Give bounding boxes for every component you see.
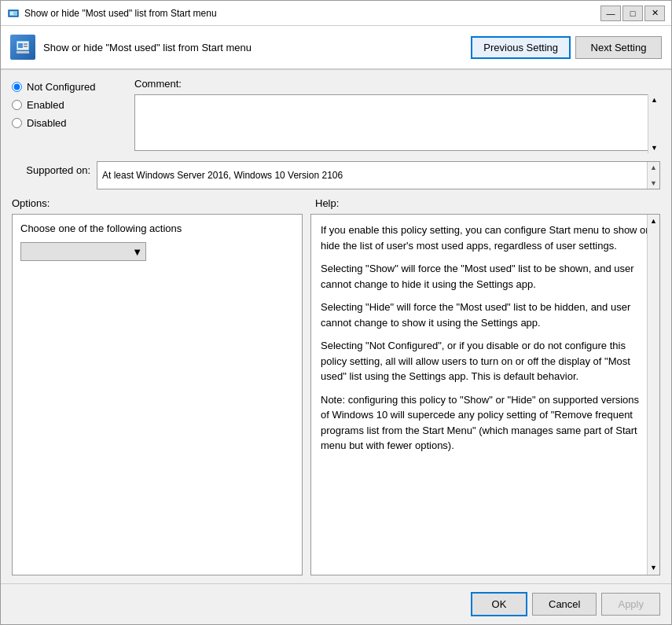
comment-label: Comment: (134, 78, 660, 90)
enabled-radio[interactable] (12, 100, 22, 110)
supported-section: Supported on: At least Windows Server 20… (12, 161, 660, 189)
header-title: Show or hide "Most used" list from Start… (43, 42, 471, 53)
help-section-label-container: Help: (315, 197, 660, 209)
comment-scroll-up[interactable]: ▲ (651, 96, 658, 104)
options-dropdown[interactable]: ▼ (20, 242, 146, 261)
options-section-label-container: Options: (12, 197, 303, 209)
next-setting-button[interactable]: Next Setting (575, 36, 662, 59)
not-configured-option[interactable]: Not Configured (12, 81, 122, 93)
section-labels-row: Options: Help: (12, 197, 660, 209)
supported-scrollbar: ▲ ▼ (647, 162, 659, 189)
title-bar-text: Show or hide "Most used" list from Start… (24, 8, 600, 19)
help-paragraph-1: If you enable this policy setting, you c… (321, 222, 650, 253)
help-paragraph-5: Note: configuring this policy to "Show" … (321, 392, 650, 454)
header-bar: Show or hide "Most used" list from Start… (1, 26, 671, 70)
close-button[interactable]: ✕ (644, 6, 665, 21)
ok-button[interactable]: OK (471, 592, 527, 616)
help-label: Help: (315, 197, 339, 209)
options-label: Options: (12, 197, 50, 209)
supported-box: At least Windows Server 2016, Windows 10… (97, 161, 660, 189)
comment-scrollbar-arrows: ▲ ▼ (648, 94, 660, 153)
help-paragraph-3: Selecting "Hide" will force the "Most us… (321, 300, 650, 330)
help-scrollbar: ▲ ▼ (647, 215, 659, 575)
not-configured-label: Not Configured (27, 81, 95, 93)
options-dropdown-label: Choose one of the following actions (20, 222, 294, 234)
not-configured-radio[interactable] (12, 82, 22, 92)
supported-scroll-down[interactable]: ▼ (650, 179, 657, 187)
bottom-panels: Choose one of the following actions ▼ If… (12, 214, 660, 575)
help-paragraph-2: Selecting "Show" will force the "Most us… (321, 261, 650, 292)
svg-rect-9 (17, 51, 29, 53)
disabled-label: Disabled (27, 117, 67, 129)
comment-textarea[interactable] (134, 94, 660, 151)
comment-scroll-down[interactable]: ▼ (651, 144, 658, 152)
cancel-button[interactable]: Cancel (532, 593, 597, 616)
title-bar: Show or hide "Most used" list from Start… (1, 1, 671, 26)
apply-button[interactable]: Apply (601, 593, 660, 616)
header-icon (10, 35, 35, 60)
help-scroll-down[interactable]: ▼ (650, 563, 657, 574)
minimize-button[interactable]: — (600, 6, 621, 21)
enabled-label: Enabled (27, 99, 64, 111)
title-bar-controls: — □ ✕ (600, 6, 665, 21)
help-scroll-up[interactable]: ▲ (650, 216, 657, 227)
comment-scrollbar: ▲ ▼ (648, 94, 660, 153)
svg-rect-7 (24, 43, 28, 45)
dropdown-arrow-icon: ▼ (132, 246, 142, 258)
help-paragraph-4: Selecting "Not Configured", or if you di… (321, 338, 650, 384)
svg-rect-8 (24, 46, 28, 47)
maximize-button[interactable]: □ (622, 6, 643, 21)
disabled-option[interactable]: Disabled (12, 117, 122, 129)
disabled-radio[interactable] (12, 118, 22, 128)
previous-setting-button[interactable]: Previous Setting (471, 36, 571, 59)
comment-section: Comment: ▲ ▼ (134, 78, 660, 153)
help-panel: If you enable this policy setting, you c… (310, 214, 660, 575)
supported-scroll-up[interactable]: ▲ (650, 164, 657, 171)
top-section: Not Configured Enabled Disabled Comment: (12, 78, 660, 153)
svg-rect-3 (10, 12, 13, 15)
content-area: Not Configured Enabled Disabled Comment: (1, 70, 671, 583)
window-icon (7, 7, 20, 20)
radio-group: Not Configured Enabled Disabled (12, 78, 122, 153)
supported-value: At least Windows Server 2016, Windows 10… (102, 170, 343, 181)
supported-label: Supported on: (12, 161, 90, 176)
svg-rect-6 (18, 43, 23, 48)
options-panel: Choose one of the following actions ▼ (12, 214, 303, 575)
comment-wrapper: ▲ ▼ (134, 94, 660, 153)
footer: OK Cancel Apply (1, 583, 671, 624)
enabled-option[interactable]: Enabled (12, 99, 122, 111)
header-buttons: Previous Setting Next Setting (471, 36, 662, 59)
main-window: Show or hide "Most used" list from Start… (0, 0, 672, 625)
